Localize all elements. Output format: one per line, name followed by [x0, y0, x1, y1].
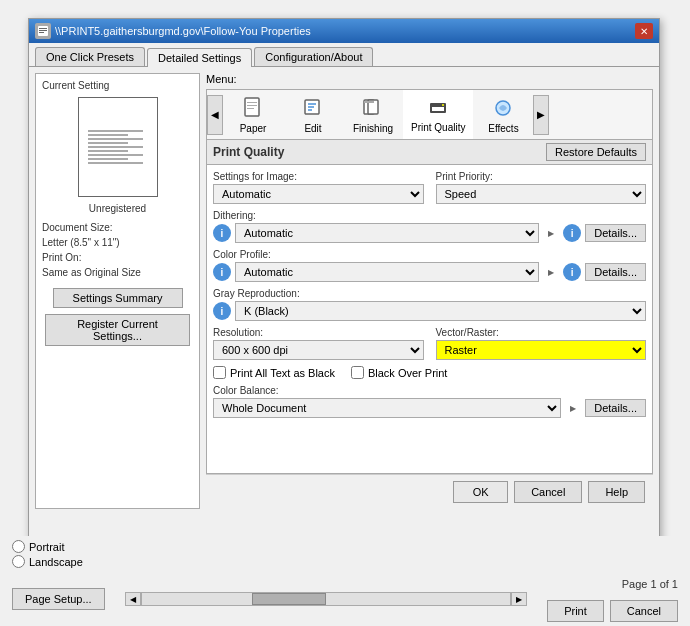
dithering-label: Dithering:	[213, 210, 646, 221]
scrollbar-area: ◀ ▶	[105, 592, 547, 606]
svg-rect-3	[39, 32, 44, 33]
cancel-button[interactable]: Cancel	[514, 481, 582, 503]
dialog-titlebar: \\PRINT5.gaithersburgmd.gov\Follow-You P…	[29, 19, 659, 43]
color-profile-details-button[interactable]: Details...	[585, 263, 646, 281]
color-profile-info-icon[interactable]: i	[213, 263, 231, 281]
menu-label: Menu:	[206, 73, 653, 85]
bottom-controls: Page Setup... ◀ ▶ Page 1 of 1 Print Canc…	[12, 576, 678, 622]
color-balance-play-icon[interactable]: ▶	[565, 400, 581, 416]
settings-summary-button[interactable]: Settings Summary	[53, 288, 183, 308]
svg-rect-2	[39, 30, 47, 31]
main-cancel-button[interactable]: Cancel	[610, 600, 678, 622]
svg-rect-4	[245, 98, 259, 116]
checkbox-row: Print All Text as Black Black Over Print	[213, 366, 646, 379]
page-line	[88, 138, 143, 140]
scrollbar-thumb[interactable]	[252, 593, 326, 605]
color-profile-row: Color Profile: i Automatic ▶ i Details..…	[213, 249, 646, 282]
landscape-radio[interactable]	[12, 555, 25, 568]
gray-repro-info-icon[interactable]: i	[213, 302, 231, 320]
main-bottom: Portrait Landscape Page Setup... ◀ ▶ Pag…	[0, 536, 690, 626]
svg-rect-6	[247, 105, 257, 106]
page-setup-button[interactable]: Page Setup...	[12, 588, 105, 610]
page-line	[88, 158, 128, 160]
landscape-label: Landscape	[29, 556, 83, 568]
vector-raster-label: Vector/Raster:	[436, 327, 647, 338]
section-title: Print Quality	[213, 145, 284, 159]
print-all-text-black-checkbox[interactable]	[213, 366, 226, 379]
tab-one-click-presets[interactable]: One Click Presets	[35, 47, 145, 66]
color-profile-info2-icon[interactable]: i	[563, 263, 581, 281]
black-over-print-item: Black Over Print	[351, 366, 447, 379]
restore-defaults-button[interactable]: Restore Defaults	[546, 143, 646, 161]
left-panel: Current Setting Unregistered Document Si…	[35, 73, 200, 509]
dithering-select[interactable]: Automatic	[235, 223, 539, 243]
dithering-info2-icon[interactable]: i	[563, 224, 581, 242]
settings-image-priority-row: Settings for Image: Automatic Print Prio…	[213, 171, 646, 204]
black-over-print-label: Black Over Print	[368, 367, 447, 379]
landscape-radio-item: Landscape	[12, 555, 678, 568]
dialog-close-button[interactable]: ✕	[635, 23, 653, 39]
ok-button[interactable]: OK	[453, 481, 508, 503]
current-setting-label: Current Setting	[42, 80, 193, 91]
print-priority-group: Print Priority: Speed	[436, 171, 647, 204]
portrait-label: Portrait	[29, 541, 64, 553]
dialog-buttons: OK Cancel Help	[206, 474, 653, 509]
doc-size-label: Document Size:	[42, 222, 113, 233]
register-current-settings-button[interactable]: Register Current Settings...	[45, 314, 190, 346]
dithering-play-icon[interactable]: ▶	[543, 225, 559, 241]
scroll-right-arrow[interactable]: ▶	[511, 592, 527, 606]
menu-scroll-right[interactable]: ▶	[533, 95, 549, 135]
menu-item-print-quality[interactable]: Print Quality	[403, 90, 473, 139]
page-line	[88, 142, 128, 144]
color-profile-select[interactable]: Automatic	[235, 262, 539, 282]
dithering-details-button[interactable]: Details...	[585, 224, 646, 242]
svg-rect-7	[247, 108, 254, 109]
doc-info: Document Size: Letter (8.5" x 11") Print…	[42, 220, 193, 280]
gray-reproduction-label: Gray Reproduction:	[213, 288, 646, 299]
resolution-group: Resolution: 600 x 600 dpi	[213, 327, 424, 360]
color-profile-play-icon[interactable]: ▶	[543, 264, 559, 280]
print-priority-label: Print Priority:	[436, 171, 647, 182]
menu-item-paper[interactable]: Paper	[223, 91, 283, 138]
gray-reproduction-select[interactable]: K (Black)	[235, 301, 646, 321]
black-over-print-checkbox[interactable]	[351, 366, 364, 379]
page-line	[88, 134, 128, 136]
svg-rect-16	[432, 107, 444, 111]
unregistered-label: Unregistered	[89, 203, 146, 214]
vector-raster-select[interactable]: Raster	[436, 340, 647, 360]
svg-rect-5	[247, 102, 257, 103]
color-balance-details-button[interactable]: Details...	[585, 399, 646, 417]
tab-detailed-settings[interactable]: Detailed Settings	[147, 48, 252, 67]
dialog-title: \\PRINT5.gaithersburgmd.gov\Follow-You P…	[55, 25, 635, 37]
tab-configuration-about[interactable]: Configuration/About	[254, 47, 373, 66]
dithering-control-row: i Automatic ▶ i Details...	[213, 223, 646, 243]
dithering-row: Dithering: i Automatic ▶ i Details...	[213, 210, 646, 243]
dithering-info-icon[interactable]: i	[213, 224, 231, 242]
portrait-radio[interactable]	[12, 540, 25, 553]
print-priority-select[interactable]: Speed	[436, 184, 647, 204]
print-button[interactable]: Print	[547, 600, 604, 622]
print-on-label: Print On:	[42, 252, 81, 263]
scroll-left-arrow[interactable]: ◀	[125, 592, 141, 606]
paper-icon	[240, 95, 266, 121]
gray-reproduction-control-row: i K (Black)	[213, 301, 646, 321]
settings-for-image-select[interactable]: Automatic	[213, 184, 424, 204]
dialog-content: Current Setting Unregistered Document Si…	[29, 67, 659, 515]
menu-item-effects[interactable]: Effects	[473, 91, 533, 138]
menu-item-edit[interactable]: Edit	[283, 91, 343, 138]
menu-icons-row: ◀ Paper Edit Finishi	[206, 89, 653, 140]
menu-item-print-quality-label: Print Quality	[411, 122, 465, 133]
menu-scroll-left[interactable]: ◀	[207, 95, 223, 135]
settings-area: Settings for Image: Automatic Print Prio…	[206, 165, 653, 474]
menu-item-paper-label: Paper	[240, 123, 267, 134]
scrollbar-track	[141, 592, 511, 606]
page-lines	[88, 128, 148, 166]
resolution-select[interactable]: 600 x 600 dpi	[213, 340, 424, 360]
help-button[interactable]: Help	[588, 481, 645, 503]
print-on-value: Same as Original Size	[42, 267, 141, 278]
color-profile-label: Color Profile:	[213, 249, 646, 260]
color-balance-select[interactable]: Whole Document	[213, 398, 561, 418]
finishing-icon	[360, 95, 386, 121]
menu-item-finishing[interactable]: Finishing	[343, 91, 403, 138]
right-panel: Menu: ◀ Paper Edit	[206, 73, 653, 509]
